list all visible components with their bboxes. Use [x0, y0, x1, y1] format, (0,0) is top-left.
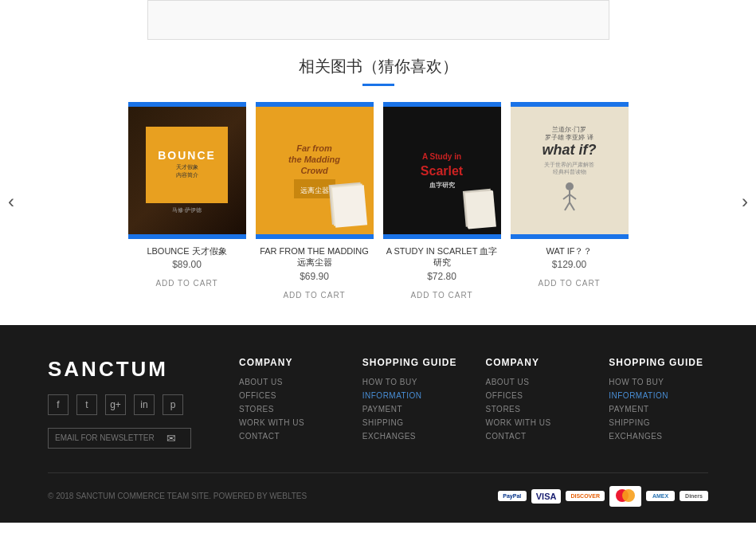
social-linkedin-icon[interactable]: in — [134, 394, 155, 415]
newsletter-form: ✉ — [48, 428, 191, 449]
book-paper-pages — [331, 185, 366, 227]
add-to-cart-scarlet[interactable]: ADD TO CART — [410, 291, 472, 300]
footer-link-exchanges-1[interactable]: EXCHANGES — [362, 432, 462, 441]
carousel-next-button[interactable]: › — [734, 182, 756, 221]
add-to-cart-whatif[interactable]: ADD TO CART — [538, 279, 600, 288]
footer-col-company-2: COMPANY ABOUT US OFFICES STORES WORK WIT… — [486, 357, 586, 449]
footer-link-workwith-2[interactable]: WORK WITH US — [486, 418, 586, 427]
book-card-scarlet: A Study in Scarlet 血字研究 A STUDY IN SCARL… — [383, 102, 501, 301]
footer-col-title-company-1: COMPANY — [239, 357, 339, 368]
footer-link-payment-1[interactable]: PAYMENT — [362, 405, 462, 414]
footer-top: SANCTUM f t g+ in p ✉ COMPANY ABOUT US O… — [48, 357, 708, 449]
top-section: 相关图书（猜你喜欢） ‹ BOUNCE 天才假象内容简介 马修·萨伊德 — [0, 0, 756, 325]
bounce-author: 马修·萨伊德 — [172, 206, 202, 214]
carousel-prev-button[interactable]: ‹ — [0, 182, 22, 221]
whatif-big-text: what if? — [543, 142, 597, 159]
whatif-subtitle: 关于世界的严肃解答经典科普读物 — [544, 161, 594, 175]
payment-discover-icon: DISCOVER — [566, 491, 605, 501]
footer-link-contact-1[interactable]: CONTACT — [239, 432, 339, 441]
footer-link-information-2[interactable]: INFORMATION — [609, 391, 708, 400]
bounce-cover: BOUNCE 天才假象内容简介 马修·萨伊德 — [128, 107, 246, 234]
footer-link-about-1[interactable]: ABOUT US — [239, 378, 339, 386]
book-bottom-bar — [128, 234, 246, 239]
footer-link-contact-2[interactable]: CONTACT — [486, 432, 586, 441]
whatif-illustration-icon — [554, 180, 586, 212]
footer-link-stores-1[interactable]: STORES — [239, 405, 339, 414]
footer-link-exchanges-2[interactable]: EXCHANGES — [609, 432, 708, 441]
book-image-whatif: 兰道尔·门罗罗子雄 李亚婷 译 what if? 关于世界的严肃解答经典科普读物 — [511, 107, 629, 234]
bounce-title: BOUNCE — [158, 149, 216, 162]
book-bottom-bar — [256, 234, 374, 239]
bounce-orange-panel: BOUNCE 天才假象内容简介 — [146, 127, 229, 203]
footer-bottom: © 2018 SANCTUM COMMERCE TEAM SITE. POWER… — [48, 472, 708, 507]
svg-line-5 — [570, 202, 574, 210]
far-cover: Far fromthe MaddingCrowd 远离尘嚣 — [256, 107, 374, 234]
add-to-cart-bounce[interactable]: ADD TO CART — [155, 279, 217, 288]
payment-amex-icon: AMEX — [646, 491, 675, 501]
social-facebook-icon[interactable]: f — [48, 394, 69, 415]
footer-link-howtobuy-2[interactable]: HOW TO BUY — [609, 378, 708, 386]
book-name-far: FAR FROM THE MADDING 远离尘嚣 — [256, 245, 374, 268]
footer-link-offices-1[interactable]: OFFICES — [239, 391, 339, 400]
section-title: 相关图书（猜你喜欢） — [0, 56, 756, 77]
far-title: Far fromthe MaddingCrowd — [288, 143, 340, 177]
footer-link-shipping-2[interactable]: SHIPPING — [609, 418, 708, 427]
book-card-far: Far fromthe MaddingCrowd 远离尘嚣 FAR FROM T… — [256, 102, 374, 301]
svg-point-0 — [566, 182, 574, 190]
social-twitter-icon[interactable]: t — [76, 394, 97, 415]
book-image-bounce: BOUNCE 天才假象内容简介 马修·萨伊德 — [128, 107, 246, 234]
payment-icons: PayPal VISA DISCOVER AMEX Diners — [498, 486, 708, 507]
svg-point-7 — [622, 489, 635, 502]
book-price-bounce: $89.00 — [128, 259, 246, 270]
footer-col-shopping-1: SHOPPING GUIDE HOW TO BUY INFORMATION PA… — [362, 357, 462, 449]
footer-link-workwith-1[interactable]: WORK WITH US — [239, 418, 339, 427]
footer-col-company-1: COMPANY ABOUT US OFFICES STORES WORK WIT… — [239, 357, 339, 449]
payment-paypal-icon: PayPal — [498, 491, 527, 501]
book-name-scarlet: A STUDY IN SCARLET 血字研究 — [383, 245, 501, 268]
book-card-bounce: BOUNCE 天才假象内容简介 马修·萨伊德 LBOUNCE 天才假象 $89.… — [128, 102, 246, 301]
footer-link-offices-2[interactable]: OFFICES — [486, 391, 586, 400]
book-card-whatif: 兰道尔·门罗罗子雄 李亚婷 译 what if? 关于世界的严肃解答经典科普读物 — [511, 102, 629, 301]
far-subtitle: 远离尘嚣 — [300, 186, 329, 194]
footer-link-payment-2[interactable]: PAYMENT — [609, 405, 708, 414]
section-underline — [362, 84, 394, 86]
footer-link-shipping-1[interactable]: SHIPPING — [362, 418, 462, 427]
newsletter-input[interactable] — [55, 433, 166, 442]
footer-col-title-shopping-1: SHOPPING GUIDE — [362, 357, 462, 368]
payment-visa-icon: VISA — [531, 489, 562, 504]
book-name-bounce: LBOUNCE 天才假象 — [128, 245, 246, 257]
footer-brand: SANCTUM f t g+ in p ✉ — [48, 357, 207, 449]
social-pinterest-icon[interactable]: p — [163, 394, 183, 415]
payment-mastercard-icon — [609, 486, 641, 507]
footer-col-title-shopping-2: SHOPPING GUIDE — [609, 357, 708, 368]
scarlet-paper — [467, 192, 495, 228]
footer-link-stores-2[interactable]: STORES — [486, 405, 586, 414]
book-bottom-bar — [511, 234, 629, 239]
whatif-cover: 兰道尔·门罗罗子雄 李亚婷 译 what if? 关于世界的严肃解答经典科普读物 — [511, 107, 629, 234]
footer: SANCTUM f t g+ in p ✉ COMPANY ABOUT US O… — [0, 325, 756, 523]
footer-col-shopping-2: SHOPPING GUIDE HOW TO BUY INFORMATION PA… — [609, 357, 708, 449]
scarlet-title: A Study in Scarlet 血字研究 — [421, 151, 463, 190]
book-image-scarlet: A Study in Scarlet 血字研究 — [383, 107, 501, 234]
scarlet-subtitle: 血字研究 — [421, 181, 463, 190]
book-price-whatif: $129.00 — [511, 259, 629, 270]
book-bottom-bar — [383, 234, 501, 239]
footer-columns: COMPANY ABOUT US OFFICES STORES WORK WIT… — [239, 357, 708, 449]
books-carousel: ‹ BOUNCE 天才假象内容简介 马修·萨伊德 LBOUNCE 天才假象 $ — [0, 102, 756, 301]
book-price-far: $69.90 — [256, 271, 374, 282]
svg-line-4 — [565, 202, 570, 210]
bounce-subtitle: 天才假象内容简介 — [174, 162, 200, 181]
book-image-far: Far fromthe MaddingCrowd 远离尘嚣 — [256, 107, 374, 234]
social-googleplus-icon[interactable]: g+ — [105, 394, 126, 415]
payment-diners-icon: Diners — [680, 491, 708, 501]
svg-line-3 — [570, 194, 576, 199]
newsletter-submit-button[interactable]: ✉ — [166, 432, 176, 445]
add-to-cart-far[interactable]: ADD TO CART — [283, 291, 345, 300]
book-name-whatif: WAT IF？？ — [511, 245, 629, 257]
footer-link-about-2[interactable]: ABOUT US — [486, 378, 586, 386]
footer-logo: SANCTUM — [48, 357, 207, 382]
footer-link-howtobuy-1[interactable]: HOW TO BUY — [362, 378, 462, 386]
footer-copyright: © 2018 SANCTUM COMMERCE TEAM SITE. POWER… — [48, 492, 307, 500]
footer-link-information-1[interactable]: INFORMATION — [362, 391, 462, 400]
footer-social: f t g+ in p — [48, 394, 207, 415]
